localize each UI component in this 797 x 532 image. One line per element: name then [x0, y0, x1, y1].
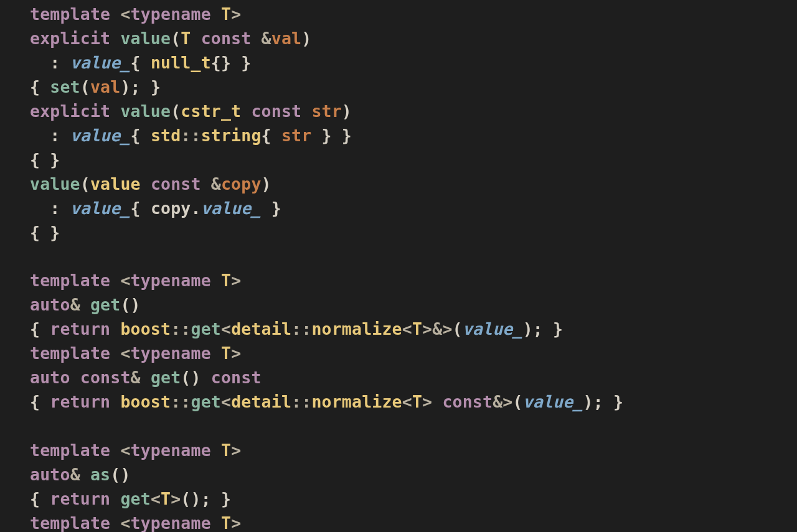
code-line: : value_{ std::string{ str } }: [30, 126, 352, 145]
code-line: : value_{ copy.value_ }: [30, 198, 281, 218]
type-null_t: null_t: [151, 53, 211, 72]
code-line: template <typename T>: [30, 513, 241, 532]
code-line: template <typename T>: [30, 4, 241, 24]
code-line: { set(val); }: [30, 77, 161, 96]
param-val: val: [271, 29, 301, 48]
ns-boost: boost: [120, 319, 171, 338]
keyword-typename: typename: [131, 4, 211, 24]
blank-line: [30, 247, 40, 266]
code-line: explicit value(T const &val): [30, 29, 311, 48]
ns-std: std: [151, 126, 181, 145]
type-cstr_t: cstr_t: [181, 101, 241, 121]
ctor-value: value: [120, 29, 171, 48]
keyword-explicit: explicit: [30, 29, 110, 48]
fn-as: as: [90, 465, 110, 484]
code-line: { return boost::get<detail::normalize<T>…: [30, 319, 563, 338]
fn-get: get: [90, 295, 120, 314]
keyword-template: template: [30, 4, 110, 24]
member-value: value_: [70, 53, 131, 72]
code-line: template <typename T>: [30, 343, 241, 363]
code-line: value(value const &copy): [30, 174, 271, 194]
blank-line: [30, 416, 40, 436]
type-value: value: [90, 174, 141, 194]
code-line: { return get<T>(); }: [30, 489, 231, 508]
type-string: string: [201, 126, 262, 145]
fn-set: set: [50, 77, 80, 96]
code-line: auto& as(): [30, 465, 131, 484]
code-line: auto const& get() const: [30, 368, 262, 387]
code-line: auto& get(): [30, 295, 141, 314]
type-T: T: [221, 4, 231, 24]
code-line: { }: [30, 223, 60, 242]
code-block: template <typename T> explicit value(T c…: [0, 0, 797, 532]
code-line: template <typename T>: [30, 441, 241, 460]
code-line: explicit value(cstr_t const str): [30, 101, 352, 121]
code-line: { return boost::get<detail::normalize<T>…: [30, 392, 623, 411]
code-line: : value_{ null_t{} }: [30, 53, 251, 72]
code-line: template <typename T>: [30, 271, 241, 290]
code-line: { }: [30, 150, 60, 169]
param-copy: copy: [221, 174, 262, 194]
ns-detail: detail: [231, 319, 291, 338]
type-normalize: normalize: [311, 319, 402, 338]
param-str: str: [311, 101, 341, 121]
